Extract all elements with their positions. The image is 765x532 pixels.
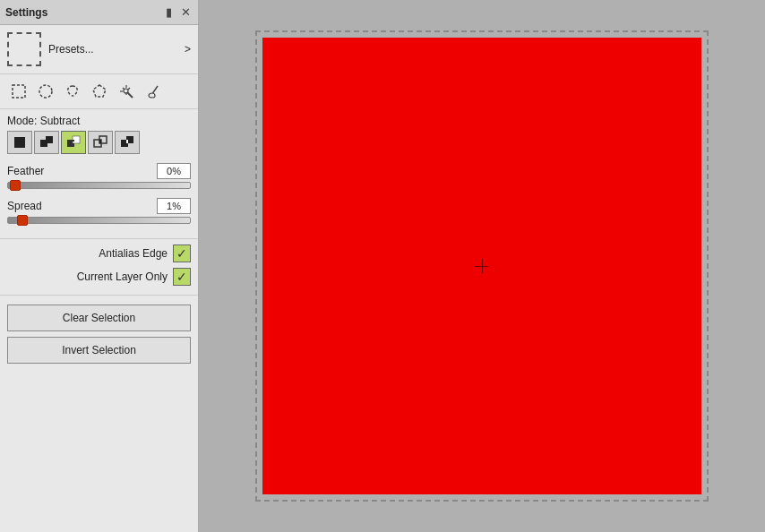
panel-dock-button[interactable]: ▮ xyxy=(164,6,174,18)
svg-rect-11 xyxy=(14,137,25,148)
feather-value: 0% xyxy=(157,163,191,179)
red-canvas[interactable] xyxy=(262,38,701,494)
tool-icons-row xyxy=(0,74,198,109)
svg-marker-2 xyxy=(93,85,106,97)
clear-selection-button[interactable]: Clear Selection xyxy=(7,305,191,331)
spread-header: Spread 1% xyxy=(7,198,191,214)
feather-slider-track[interactable] xyxy=(7,182,191,189)
canvas-wrapper xyxy=(262,38,701,494)
spread-slider-thumb[interactable] xyxy=(17,215,28,226)
spread-label: Spread xyxy=(7,200,42,212)
feather-header: Feather 0% xyxy=(7,163,191,179)
feather-slider-thumb[interactable] xyxy=(10,180,21,191)
panel-title-bar: Settings ▮ ✕ xyxy=(0,0,198,25)
svg-rect-0 xyxy=(13,85,25,98)
spread-value: 1% xyxy=(157,198,191,214)
svg-line-3 xyxy=(127,92,133,98)
checkboxes-area: Antialias Edge ✓ Current Layer Only ✓ xyxy=(0,239,198,296)
mode-difference-button[interactable] xyxy=(115,131,140,154)
rect-select-tool[interactable] xyxy=(7,80,30,103)
svg-line-10 xyxy=(153,86,159,93)
ellipse-select-tool[interactable] xyxy=(34,80,57,103)
invert-selection-button[interactable]: Invert Selection xyxy=(7,337,191,364)
magic-wand-tool[interactable] xyxy=(115,80,138,103)
presets-button[interactable]: Presets... > xyxy=(48,43,191,56)
action-buttons: Clear Selection Invert Selection xyxy=(0,296,198,373)
mode-label: Mode: Subtract xyxy=(7,115,191,127)
current-layer-label: Current Layer Only xyxy=(77,270,168,283)
feather-label: Feather xyxy=(7,165,44,177)
selection-preview-icon xyxy=(7,32,41,66)
presets-label: Presets... xyxy=(48,43,94,56)
mode-add-button[interactable] xyxy=(34,131,59,154)
feather-group: Feather 0% xyxy=(7,163,191,189)
mode-row: Mode: Subtract xyxy=(0,109,198,158)
crosshair-cursor xyxy=(475,259,489,273)
svg-rect-16 xyxy=(73,140,74,142)
antialias-label: Antialias Edge xyxy=(99,247,168,260)
current-layer-row: Current Layer Only ✓ xyxy=(7,268,191,286)
presets-arrow: > xyxy=(185,43,191,56)
current-layer-checkmark: ✓ xyxy=(176,270,187,283)
svg-rect-22 xyxy=(126,140,128,143)
panel-title: Settings xyxy=(5,6,47,19)
title-icons: ▮ ✕ xyxy=(164,6,193,18)
spread-group: Spread 1% xyxy=(7,198,191,224)
mode-intersect-button[interactable] xyxy=(88,131,113,154)
presets-row: Presets... > xyxy=(0,25,198,74)
mode-buttons xyxy=(7,131,191,154)
svg-rect-13 xyxy=(46,136,53,143)
svg-rect-19 xyxy=(99,140,101,143)
antialias-checkmark: ✓ xyxy=(176,247,187,260)
antialias-row: Antialias Edge ✓ xyxy=(7,245,191,262)
spread-slider-track[interactable] xyxy=(7,217,191,224)
mode-replace-button[interactable] xyxy=(7,131,32,154)
sliders-area: Feather 0% Spread 1% xyxy=(0,158,198,239)
brush-select-tool[interactable] xyxy=(142,80,165,103)
lasso-select-tool[interactable] xyxy=(61,80,84,103)
svg-point-1 xyxy=(39,85,52,98)
polygon-select-tool[interactable] xyxy=(88,80,111,103)
antialias-checkbox[interactable]: ✓ xyxy=(173,245,191,262)
settings-panel: Settings ▮ ✕ Presets... > xyxy=(0,0,199,532)
current-layer-checkbox[interactable]: ✓ xyxy=(173,268,191,286)
canvas-area xyxy=(199,0,765,532)
svg-line-7 xyxy=(128,88,130,90)
panel-close-button[interactable]: ✕ xyxy=(179,6,193,18)
mode-subtract-button[interactable] xyxy=(61,131,86,154)
